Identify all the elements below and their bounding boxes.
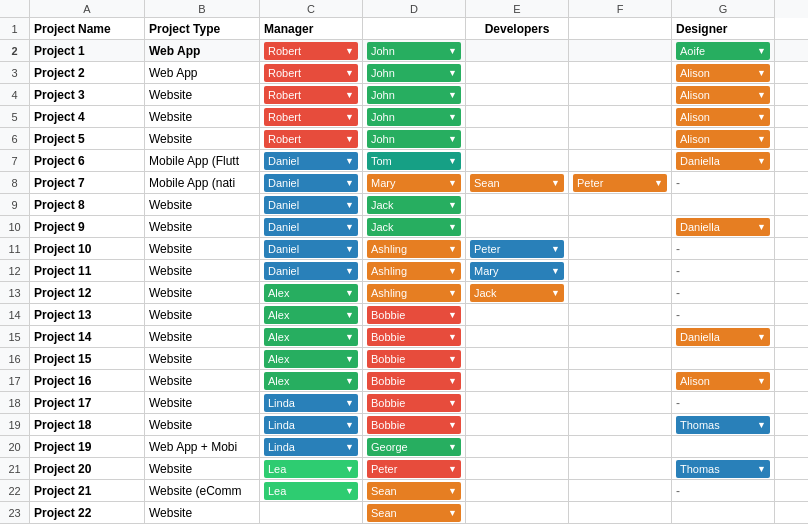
dropdown-cell[interactable]: Thomas▼ — [672, 414, 775, 435]
dropdown-cell[interactable]: Bobbie▼ — [363, 392, 466, 413]
empty-cell — [466, 502, 569, 523]
dropdown-arrow: ▼ — [551, 178, 560, 188]
cell-text: Robert — [268, 67, 301, 79]
dropdown-cell[interactable]: Jack▼ — [363, 216, 466, 237]
table-row: 6Project 5WebsiteRobert▼John▼Alison▼ — [0, 128, 808, 150]
dropdown-cell[interactable]: John▼ — [363, 62, 466, 83]
dropdown-cell[interactable]: Bobbie▼ — [363, 370, 466, 391]
dropdown-cell[interactable]: Peter▼ — [466, 238, 569, 259]
dropdown-cell[interactable]: Robert▼ — [260, 128, 363, 149]
dropdown-cell[interactable]: Alex▼ — [260, 326, 363, 347]
dropdown-cell[interactable]: Lea▼ — [260, 458, 363, 479]
dropdown-cell[interactable]: Daniel▼ — [260, 194, 363, 215]
spreadsheet: A B C D E F G 1 Project Name Project Typ… — [0, 0, 808, 527]
row-2-num: 2 — [0, 40, 30, 61]
dropdown-arrow: ▼ — [448, 68, 457, 78]
dropdown-cell[interactable]: Tom▼ — [363, 150, 466, 171]
row-20-num: 20 — [0, 436, 30, 457]
empty-cell — [569, 370, 672, 391]
dropdown-cell[interactable] — [260, 502, 363, 523]
empty-cell — [466, 216, 569, 237]
row-1-num: 1 — [0, 18, 30, 39]
dropdown-cell[interactable]: Aoife▼ — [672, 40, 775, 61]
row-9-num: 9 — [0, 194, 30, 215]
dropdown-cell[interactable]: Sean▼ — [466, 172, 569, 193]
cell-text: Robert — [268, 133, 301, 145]
dropdown-cell[interactable]: Mary▼ — [466, 260, 569, 281]
col-header-d: D — [363, 0, 466, 18]
dropdown-cell[interactable]: Alex▼ — [260, 370, 363, 391]
dropdown-cell[interactable]: Bobbie▼ — [363, 348, 466, 369]
dropdown-cell[interactable]: - — [672, 172, 775, 193]
table-row: 10Project 9WebsiteDaniel▼Jack▼Daniella▼ — [0, 216, 808, 238]
dropdown-cell[interactable]: Daniella▼ — [672, 150, 775, 171]
dropdown-cell[interactable]: Linda▼ — [260, 436, 363, 457]
dropdown-cell[interactable]: Bobbie▼ — [363, 414, 466, 435]
dropdown-cell[interactable]: Alison▼ — [672, 84, 775, 105]
empty-cell — [569, 84, 672, 105]
dropdown-cell[interactable]: Robert▼ — [260, 106, 363, 127]
dropdown-arrow: ▼ — [448, 90, 457, 100]
dropdown-arrow: ▼ — [345, 68, 354, 78]
dropdown-cell[interactable]: John▼ — [363, 106, 466, 127]
dropdown-cell[interactable]: Robert▼ — [260, 84, 363, 105]
dropdown-cell[interactable]: John▼ — [363, 128, 466, 149]
cell-text: Linda — [268, 441, 295, 453]
cell-text: Sean — [371, 485, 397, 497]
empty-cell — [569, 128, 672, 149]
table-row: 5Project 4WebsiteRobert▼John▼Alison▼ — [0, 106, 808, 128]
dropdown-cell[interactable]: Peter▼ — [569, 172, 672, 193]
dropdown-cell[interactable]: John▼ — [363, 40, 466, 61]
dropdown-cell[interactable]: - — [672, 238, 775, 259]
dropdown-cell[interactable]: Alison▼ — [672, 128, 775, 149]
dropdown-cell[interactable]: Alison▼ — [672, 62, 775, 83]
dropdown-cell[interactable]: Daniel▼ — [260, 238, 363, 259]
dropdown-cell[interactable]: John▼ — [363, 84, 466, 105]
dropdown-cell[interactable]: Daniella▼ — [672, 216, 775, 237]
dropdown-cell[interactable]: Peter▼ — [363, 458, 466, 479]
dropdown-cell[interactable]: Mary▼ — [363, 172, 466, 193]
cell-text: Lea — [268, 463, 286, 475]
dropdown-cell[interactable]: Daniel▼ — [260, 260, 363, 281]
dropdown-cell[interactable]: Ashling▼ — [363, 260, 466, 281]
dropdown-cell[interactable]: Lea▼ — [260, 480, 363, 501]
dropdown-cell[interactable]: Jack▼ — [363, 194, 466, 215]
dropdown-cell[interactable]: Ashling▼ — [363, 282, 466, 303]
dropdown-cell[interactable]: Alison▼ — [672, 370, 775, 391]
empty-cell — [569, 436, 672, 457]
dropdown-cell[interactable]: George▼ — [363, 436, 466, 457]
dropdown-cell[interactable]: Daniel▼ — [260, 172, 363, 193]
dropdown-cell[interactable]: - — [672, 392, 775, 413]
dropdown-cell[interactable]: - — [672, 282, 775, 303]
dropdown-cell[interactable]: Thomas▼ — [672, 458, 775, 479]
dropdown-cell[interactable]: Sean▼ — [363, 480, 466, 501]
dropdown-cell[interactable]: Daniella▼ — [672, 326, 775, 347]
dropdown-cell[interactable]: - — [672, 480, 775, 501]
dropdown-cell[interactable]: Alex▼ — [260, 304, 363, 325]
empty-cell — [569, 282, 672, 303]
empty-cell — [466, 370, 569, 391]
dropdown-cell[interactable]: Sean▼ — [363, 502, 466, 523]
dropdown-cell[interactable]: Daniel▼ — [260, 150, 363, 171]
dropdown-cell[interactable]: Robert▼ — [260, 62, 363, 83]
dropdown-cell[interactable]: Linda▼ — [260, 392, 363, 413]
project-type-cell: Website — [145, 326, 260, 347]
dropdown-cell[interactable]: Daniel▼ — [260, 216, 363, 237]
project-name-cell: Project 11 — [30, 260, 145, 281]
row-5-num: 5 — [0, 106, 30, 127]
dropdown-cell[interactable]: - — [672, 304, 775, 325]
header-designer: Designer — [672, 18, 775, 39]
dropdown-cell[interactable]: Ashling▼ — [363, 238, 466, 259]
dropdown-cell[interactable]: Jack▼ — [466, 282, 569, 303]
dropdown-cell[interactable]: Bobbie▼ — [363, 326, 466, 347]
dropdown-cell[interactable]: Linda▼ — [260, 414, 363, 435]
dropdown-cell[interactable]: Alex▼ — [260, 348, 363, 369]
dropdown-cell[interactable]: Robert▼ — [260, 40, 363, 61]
dropdown-cell[interactable]: Bobbie▼ — [363, 304, 466, 325]
dropdown-cell[interactable]: Alex▼ — [260, 282, 363, 303]
empty-cell — [466, 40, 569, 61]
project-type-cell: Website — [145, 238, 260, 259]
dropdown-cell[interactable]: - — [672, 260, 775, 281]
row-4-num: 4 — [0, 84, 30, 105]
dropdown-cell[interactable]: Alison▼ — [672, 106, 775, 127]
